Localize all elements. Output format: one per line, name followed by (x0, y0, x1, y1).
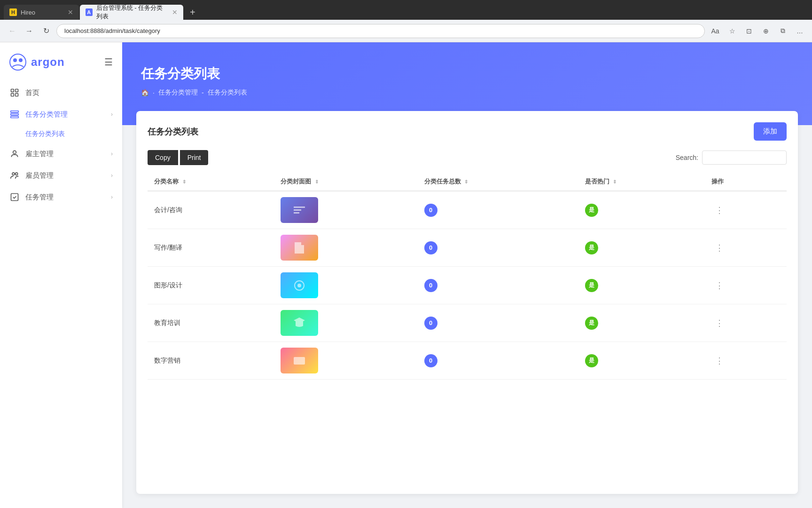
category-image-5 (281, 348, 318, 373)
address-bar[interactable]: localhost:8888/admin/task/category (56, 24, 705, 38)
svg-point-12 (16, 173, 18, 175)
svg-rect-7 (11, 111, 19, 112)
action-button-5[interactable]: ⋮ (711, 354, 727, 368)
category-image-2 (281, 235, 318, 261)
count-badge-4: 0 (424, 317, 437, 330)
col-header-hot[interactable]: 是否热门 ⇕ (578, 173, 705, 191)
cell-action-2: ⋮ (705, 229, 787, 267)
sort-icon-image: ⇕ (315, 179, 319, 184)
copy-button[interactable]: Copy (148, 150, 178, 165)
cell-hot-1: 是 (578, 191, 705, 229)
browser-chrome: H Hireo ✕ A 后台管理系统 - 任务分类列表 ✕ + ← → ↻ lo… (0, 0, 812, 42)
back-button[interactable]: ← (6, 24, 19, 38)
cell-image-5 (274, 342, 418, 380)
search-bar: Search: (676, 151, 787, 165)
cell-count-4: 0 (418, 304, 578, 342)
forward-button[interactable]: → (23, 24, 36, 38)
sidebar-item-employer-label: 雇主管理 (25, 150, 105, 159)
cell-name-2: 写作/翻译 (148, 229, 274, 267)
employer-arrow-icon: › (111, 151, 113, 157)
hot-badge-5: 是 (585, 354, 598, 367)
sidebar-item-home-label: 首页 (25, 88, 113, 97)
page-title: 任务分类列表 (141, 65, 793, 83)
extensions-button[interactable]: ⧉ (776, 24, 789, 38)
col-header-name[interactable]: 分类名称 ⇕ (148, 173, 274, 191)
data-table: 分类名称 ⇕ 分类封面图 ⇕ 分类任务总数 ⇕ 是否热门 (148, 173, 787, 380)
breadcrumb: 🏠 · 任务分类管理 - 任务分类列表 (141, 88, 793, 97)
svg-point-2 (19, 58, 23, 62)
logo-text: argon (31, 56, 65, 69)
employee-icon (9, 170, 20, 181)
hot-badge-4: 是 (585, 317, 598, 330)
cell-hot-5: 是 (578, 342, 705, 380)
main-content: 任务分类列表 🏠 · 任务分类管理 - 任务分类列表 任务分类列表 添加 Cop… (122, 42, 812, 508)
category-image-1 (281, 197, 318, 223)
sidebar-item-home[interactable]: 首页 (0, 82, 122, 103)
sidebar-toggle-button[interactable]: ☰ (104, 56, 113, 68)
count-badge-3: 0 (424, 279, 437, 292)
cell-count-3: 0 (418, 267, 578, 304)
reload-button[interactable]: ↻ (39, 24, 53, 38)
svg-rect-6 (16, 94, 18, 96)
breadcrumb-sep2: - (202, 89, 204, 96)
sidebar-logo: argon (9, 54, 65, 71)
favorites-button[interactable]: ☆ (726, 24, 739, 38)
card-header: 任务分类列表 添加 (148, 122, 787, 141)
browser-toolbar: ← → ↻ localhost:8888/admin/task/category… (0, 20, 812, 42)
new-tab-icon: + (190, 7, 195, 18)
cell-hot-3: 是 (578, 267, 705, 304)
employer-icon (9, 149, 20, 159)
cell-name-3: 图形/设计 (148, 267, 274, 304)
cell-hot-4: 是 (578, 304, 705, 342)
sidebar-item-task-category[interactable]: 任务分类管理 › (0, 103, 122, 125)
sidebar-item-task-label: 任务管理 (25, 193, 105, 202)
tab-close-hireo[interactable]: ✕ (68, 8, 73, 16)
action-button-3[interactable]: ⋮ (711, 278, 727, 293)
cell-hot-2: 是 (578, 229, 705, 267)
sidebar-item-task-category-label: 任务分类管理 (25, 110, 105, 119)
breadcrumb-item2: 任务分类列表 (208, 88, 247, 97)
cell-image-3 (274, 267, 418, 304)
sidebar-item-task[interactable]: 任务管理 › (0, 186, 122, 208)
table-toolbar: Copy Print Search: (148, 150, 787, 165)
table-head: 分类名称 ⇕ 分类封面图 ⇕ 分类任务总数 ⇕ 是否热门 (148, 173, 787, 191)
breadcrumb-item1[interactable]: 任务分类管理 (158, 88, 198, 97)
category-icon (9, 109, 20, 119)
reader-mode-button[interactable]: Aa (709, 24, 722, 38)
card-title: 任务分类列表 (148, 126, 198, 137)
collections-button[interactable]: ⊕ (759, 24, 773, 38)
svg-rect-13 (11, 194, 18, 201)
search-label: Search: (676, 154, 698, 161)
more-button[interactable]: … (793, 24, 806, 38)
browser-tab-hireo[interactable]: H Hireo ✕ (4, 5, 79, 20)
search-input[interactable] (702, 151, 787, 165)
cell-name-1: 会计/咨询 (148, 191, 274, 229)
svg-rect-5 (11, 94, 14, 96)
breadcrumb-home-icon[interactable]: 🏠 (141, 89, 149, 96)
sidebar-subitem-task-category-list[interactable]: 任务分类列表 (0, 125, 122, 143)
cell-count-2: 0 (418, 229, 578, 267)
browser-tab-admin[interactable]: A 后台管理系统 - 任务分类列表 ✕ (80, 5, 183, 20)
sort-icon-hot: ⇕ (613, 179, 617, 184)
split-view-button[interactable]: ⊡ (742, 24, 756, 38)
sidebar-item-employer[interactable]: 雇主管理 › (0, 143, 122, 165)
action-button-2[interactable]: ⋮ (711, 241, 727, 255)
new-tab-button[interactable]: + (184, 5, 201, 20)
print-button[interactable]: Print (180, 150, 209, 165)
cell-image-4 (274, 304, 418, 342)
tab-close-admin[interactable]: ✕ (172, 8, 178, 16)
svg-rect-4 (16, 89, 18, 92)
action-button-4[interactable]: ⋮ (711, 316, 727, 330)
add-button[interactable]: 添加 (754, 122, 787, 141)
table-row: 数字营销 0 是 (148, 342, 787, 380)
hot-badge-1: 是 (585, 204, 598, 217)
table-row: 教育培训 0 是 (148, 304, 787, 342)
action-button-1[interactable]: ⋮ (711, 203, 727, 217)
svg-point-10 (13, 151, 16, 154)
app-container: argon ☰ 首页 (0, 42, 812, 508)
sidebar-item-employee[interactable]: 雇员管理 › (0, 165, 122, 186)
col-header-image[interactable]: 分类封面图 ⇕ (274, 173, 418, 191)
cell-count-1: 0 (418, 191, 578, 229)
col-header-count[interactable]: 分类任务总数 ⇕ (418, 173, 578, 191)
hot-badge-2: 是 (585, 241, 598, 254)
